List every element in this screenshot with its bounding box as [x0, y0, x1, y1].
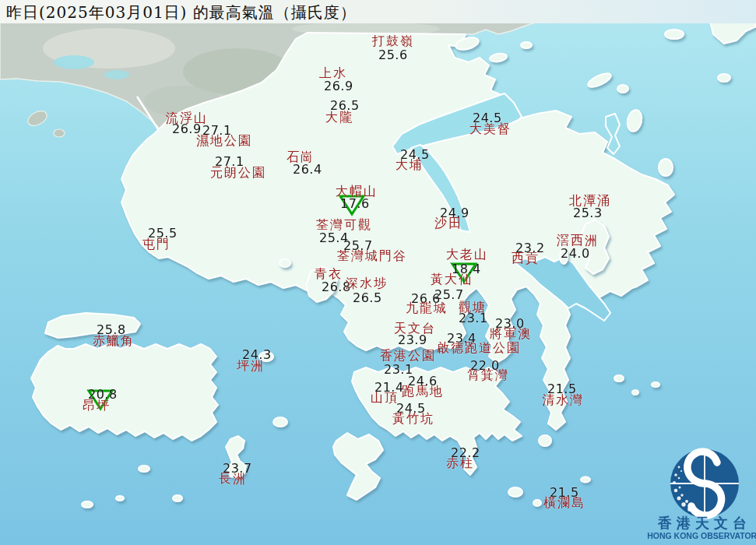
station-label: 天文台 [394, 322, 436, 336]
station-label: 清水灣 [542, 394, 584, 407]
station-label: 石崗 [287, 151, 315, 164]
station-label: 打鼓嶺 [372, 35, 414, 48]
station-label: 西貢 [512, 252, 540, 265]
station-label: 跑馬地 [402, 385, 444, 399]
station-label: 大埔 [396, 159, 424, 172]
station-label: 大隴 [325, 111, 353, 125]
station-label: 大帽山 [336, 185, 378, 199]
station-label: 北潭涌 [569, 195, 611, 208]
logo-title-english: HONG KONG OBSERVATORY [638, 531, 756, 540]
waglan-island-shape [581, 477, 590, 483]
station-label: 濕地公園 [196, 135, 252, 148]
shek-kwu-chau-island [173, 495, 182, 501]
station-value: 26.9 [324, 80, 353, 93]
soko-island [116, 496, 124, 501]
po-toi-island [508, 487, 522, 497]
station-label: 山頂 [371, 392, 399, 405]
hei-ling-chau-island [273, 417, 287, 427]
station-label: 青衣 [315, 268, 343, 281]
station-label: 沙田 [434, 217, 462, 230]
station-label: 赤鱲角 [93, 335, 135, 348]
po-toi-islet [533, 500, 541, 506]
station-label: 香港公園 [380, 350, 436, 363]
station-label: 上水 [319, 67, 347, 80]
station-label: 大美督 [469, 123, 512, 136]
station-label: 深水埗 [346, 277, 388, 290]
ping-chau-island [718, 74, 730, 82]
station-label: 黃竹坑 [392, 413, 434, 426]
station-value: 24.0 [561, 248, 590, 261]
station-value: 26.5 [353, 292, 382, 305]
station-label: 黃大仙 [431, 273, 473, 287]
station-value: 17.6 [340, 198, 370, 211]
station-label: 赤柱 [446, 457, 474, 470]
ninepin-island [614, 375, 624, 382]
station-label: 昂坪 [83, 399, 111, 413]
soko-island [82, 501, 93, 508]
mirs-bay-island [617, 85, 628, 93]
chi-ma-wan-islet [139, 466, 149, 472]
station-value: 25.3 [573, 207, 603, 220]
station-label: 元朗公園 [210, 167, 266, 180]
station-label: 啟德跑道公園 [437, 342, 521, 355]
station-label: 荃灣可觀 [316, 219, 372, 232]
tung-lung-island [539, 435, 551, 446]
station-label: 荃灣城門谷 [337, 250, 407, 263]
station-value: 25.6 [378, 49, 408, 62]
mirs-bay-island [521, 42, 532, 48]
mirs-bay-island [665, 30, 684, 39]
station-label: 長洲 [219, 473, 247, 486]
station-label: 筲箕灣 [467, 369, 509, 382]
map-title: 昨日(2025年03月01日) 的最高氣溫（攝氏度） [6, 2, 357, 23]
station-value: 23.9 [398, 334, 427, 347]
station-label: 屯門 [142, 238, 171, 251]
ninepin-island [632, 390, 638, 395]
station-label: 九龍城 [406, 302, 448, 315]
lantau-island [31, 344, 218, 441]
ninepin-island [652, 382, 659, 387]
station-label: 大老山 [446, 248, 488, 262]
station-value: 26.4 [293, 164, 322, 177]
grass-island [659, 159, 673, 176]
logo-title-chinese: 香港天文台 [642, 514, 756, 533]
hko-logo-icon [670, 449, 739, 518]
station-label: 滘西洲 [557, 234, 599, 248]
ma-wan-island [280, 259, 290, 267]
hong-kong-map [0, 0, 756, 545]
station-label: 坪洲 [237, 360, 265, 373]
station-label: 觀塘 [459, 301, 487, 315]
station-label: 橫瀾島 [543, 497, 585, 510]
station-label: 流浮山 [166, 112, 208, 125]
weather-map-root: 昨日(2025年03月01日) 的最高氣溫（攝氏度） 25.6打鼓嶺26.9上水… [0, 0, 756, 545]
station-label: 將軍澳 [490, 328, 532, 341]
